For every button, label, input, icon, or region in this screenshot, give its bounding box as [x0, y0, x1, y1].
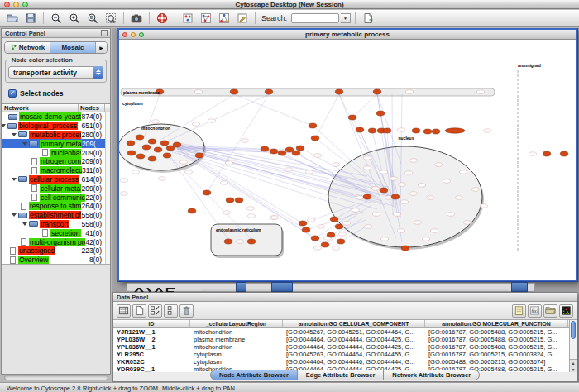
svg-text:nucleus: nucleus: [399, 136, 414, 141]
background-window-fragment: [271, 282, 293, 292]
tree-row[interactable]: Overview8(0): [2, 256, 110, 265]
tab-edge-attribute-browser[interactable]: Edge Attribute Browser: [298, 370, 384, 380]
expand-triangle-icon[interactable]: [22, 142, 27, 146]
annotate-icon[interactable]: [234, 12, 251, 26]
table-row[interactable]: YLR295Ccytoplasm[GO:0045263, GO:0044464,…: [113, 351, 577, 358]
zoom-selected-icon[interactable]: [84, 12, 101, 26]
network-label: transport: [40, 220, 69, 228]
status-welcome: Welcome to Cytoscape 2.8.1: [7, 385, 86, 392]
tab-mosaic[interactable]: Mosaic: [50, 42, 96, 53]
expand-triangle-icon[interactable]: [12, 213, 17, 217]
expand-triangle-icon[interactable]: [2, 124, 6, 127]
tab-network[interactable]: Network: [5, 42, 50, 53]
search-input[interactable]: [291, 13, 339, 23]
window-titlebar[interactable]: Cytoscape Desktop (New Session): [0, 0, 579, 9]
table-scrollbar[interactable]: ▲ ▼: [569, 320, 577, 372]
vizmapper-icon[interactable]: [179, 12, 196, 26]
tree-row[interactable]: response to stimulu264(0): [2, 202, 110, 211]
zoom-fit-icon[interactable]: [103, 12, 119, 26]
column-header[interactable]: annotation.GO CELLULAR_COMPONENT: [283, 320, 425, 327]
tree-row[interactable]: macromolecule311(0): [2, 166, 110, 175]
tab-node-attribute-browser[interactable]: Node Attribute Browser: [210, 370, 298, 380]
network-tree: mosaic-demo-yeast874(0)biological_proces…: [2, 112, 110, 265]
column-network[interactable]: Network: [2, 104, 79, 112]
frame-minimize-button[interactable]: [131, 32, 136, 37]
network-view-titlebar[interactable]: primary metabolic process: [119, 30, 576, 40]
tree-row[interactable]: unassigned223(0): [2, 246, 110, 256]
table-cell: [GO:0044464, GO:0044444, GO:0044425, G..…: [283, 336, 425, 343]
tree-row[interactable]: secretion41(0): [2, 228, 110, 237]
import-matrix-icon[interactable]: [559, 304, 573, 318]
unselect-attributes-icon[interactable]: [164, 304, 178, 318]
select-attributes-icon[interactable]: [148, 304, 162, 318]
file-icon: [31, 194, 37, 201]
tree-row[interactable]: multi-organism pro42(0): [2, 237, 110, 246]
formula-icon[interactable]: f(x): [528, 304, 542, 318]
scroll-up-icon[interactable]: ▲: [570, 359, 577, 366]
column-header[interactable]: _cellularLayoutRegion: [190, 320, 283, 327]
table-cell: [GO:0016787, GO:0005215, GO:0003824, G..…: [425, 351, 568, 358]
expand-triangle-icon[interactable]: [12, 133, 17, 136]
open-folder-icon[interactable]: [543, 304, 557, 318]
table-row[interactable]: YPL036W__2plasma membrane[GO:0044464, GO…: [113, 336, 577, 343]
dropdown-value: transporter activity: [13, 69, 77, 77]
network-label: metabolic process: [29, 131, 81, 139]
tab-network-attribute-browser[interactable]: Network Attribute Browser: [384, 370, 480, 380]
new-attribute-doc-icon[interactable]: [132, 304, 146, 318]
save-icon[interactable]: [22, 12, 39, 26]
expand-triangle-icon[interactable]: [12, 178, 17, 181]
delete-attributes-icon[interactable]: [179, 304, 194, 318]
tab-overflow-button[interactable]: ▶: [96, 42, 107, 53]
network-view-window[interactable]: primary metabolic process plasma membran…: [117, 28, 577, 281]
attribute-table-icon[interactable]: [117, 304, 131, 318]
expand-triangle-icon[interactable]: [22, 222, 27, 226]
frame-maximize-button[interactable]: [139, 32, 144, 37]
help-icon[interactable]: [154, 12, 170, 26]
tree-row[interactable]: mosaic-demo-yeast874(0): [2, 112, 110, 122]
scrollbar-thumb[interactable]: [571, 321, 576, 339]
new-attribute-icon[interactable]: [360, 12, 376, 26]
tree-row[interactable]: transport558(0): [2, 220, 110, 229]
file-icon: [31, 184, 37, 192]
tree-row[interactable]: nitrogen compo209(0): [2, 157, 110, 166]
file-icon: [31, 167, 37, 174]
tree-row[interactable]: establishment of lo558(0): [2, 211, 110, 220]
column-nodes[interactable]: Nodes: [79, 104, 105, 112]
tree-row[interactable]: metabolic process280(0): [2, 131, 110, 140]
column-header[interactable]: ID: [113, 320, 190, 327]
node-count: 558(0): [81, 220, 102, 228]
attribute-table-header: ID_cellularLayoutRegionannotation.GO CEL…: [113, 320, 577, 328]
tree-row[interactable]: cellular metabo209(0): [2, 184, 110, 193]
frame-close-button[interactable]: [122, 32, 127, 37]
notepad-icon[interactable]: [512, 304, 526, 318]
status-progress-field: [4, 375, 108, 380]
network-label: biological_process: [18, 122, 78, 130]
layout-nodes-icon[interactable]: [198, 12, 214, 26]
tree-row[interactable]: nucleobase-209(0): [2, 148, 110, 157]
table-row[interactable]: YPL036W__1mitochondrion[GO:0044464, GO:0…: [113, 343, 577, 351]
table-row[interactable]: YJR121W__1mitochondrion[GO:0045267, GO:0…: [113, 328, 577, 336]
float-panel-icon[interactable]: [101, 30, 108, 36]
table-row[interactable]: YKR052Ccytoplasm[GO:0044464, GO:0044446,…: [113, 358, 577, 366]
control-panel-title: Control Panel: [5, 30, 45, 37]
network-label: unassigned: [18, 246, 55, 255]
tree-row[interactable]: biological_process651(0): [2, 122, 110, 131]
network-canvas[interactable]: plasma membranecytoplasmmitochondrionnuc…: [119, 40, 576, 280]
tree-row[interactable]: primary metabo209(...: [2, 139, 110, 148]
file-icon: [42, 149, 48, 156]
table-cell: [GO:0045267, GO:0045261, GO:0044464, G..…: [283, 328, 425, 336]
open-icon[interactable]: [4, 12, 21, 26]
tree-row[interactable]: cell communicat22(0): [2, 193, 110, 202]
snapshot-icon[interactable]: [128, 12, 145, 26]
tree-row[interactable]: cellular process614(0): [2, 175, 110, 184]
tree-scrollbar[interactable]: [105, 112, 110, 264]
column-header[interactable]: annotation.GO MOLECULAR_FUNCTION: [425, 320, 568, 327]
folder-icon: [29, 141, 38, 146]
zoom-in-icon[interactable]: [66, 12, 83, 26]
search-dropdown-icon[interactable]: ▼: [341, 13, 351, 23]
layout-edges-icon[interactable]: [216, 12, 232, 26]
network-label: cell communicat: [40, 194, 85, 202]
zoom-out-icon[interactable]: [48, 12, 65, 26]
node-color-dropdown[interactable]: transporter activity: [8, 66, 103, 79]
select-nodes-checkbox[interactable]: ✓: [8, 89, 17, 98]
